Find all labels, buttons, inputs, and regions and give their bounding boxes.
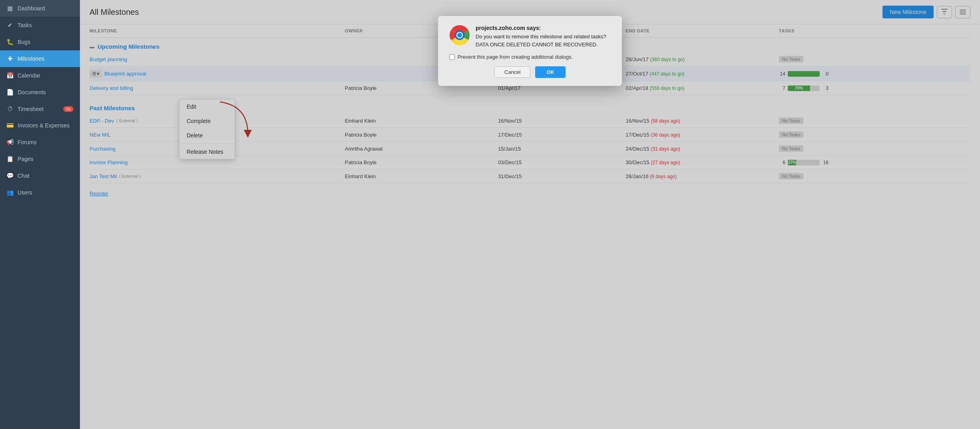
documents-icon: 📄 (6, 89, 14, 96)
main-content: All Milestones New Milestone MILESTONE O… (80, 0, 980, 429)
sidebar-item-calendar[interactable]: 📅 Calendar (0, 67, 80, 84)
dialog-cancel-button[interactable]: Cancel (494, 66, 530, 78)
dialog-text: projects.zoho.com says: Do you want to r… (476, 25, 606, 48)
sidebar-item-invoices[interactable]: 💳 Invoices & Expenses (0, 117, 80, 134)
sidebar-item-documents[interactable]: 📄 Documents (0, 84, 80, 101)
sidebar-item-dashboard[interactable]: ▦ Dashboard (0, 0, 80, 17)
invoices-icon: 💳 (6, 122, 14, 129)
dialog-header: projects.zoho.com says: Do you want to r… (449, 25, 611, 48)
bugs-icon: 🐛 (6, 38, 14, 46)
chat-icon: 💬 (6, 172, 14, 179)
forums-icon: 📢 (6, 139, 14, 146)
prevent-dialog-label: Prevent this page from creating addition… (458, 54, 573, 60)
dialog-overlay: projects.zoho.com says: Do you want to r… (80, 0, 980, 429)
sidebar-item-milestones[interactable]: ✚ Milestones (0, 50, 80, 67)
dialog-message: Do you want to remove this milestone and… (476, 33, 606, 48)
pages-icon: 📋 (6, 155, 14, 163)
sidebar-item-bugs[interactable]: 🐛 Bugs (0, 34, 80, 50)
sidebar: ▦ Dashboard ✔ Tasks 🐛 Bugs ✚ Milestones … (0, 0, 80, 429)
calendar-icon: 📅 (6, 72, 14, 79)
milestones-icon: ✚ (6, 55, 14, 62)
dialog-checkbox-row: Prevent this page from creating addition… (449, 54, 611, 60)
timesheet-icon: ⏱ (6, 105, 14, 112)
prevent-dialog-checkbox[interactable] (449, 54, 455, 60)
dashboard-icon: ▦ (6, 5, 14, 12)
tasks-icon: ✔ (6, 22, 14, 29)
users-icon: 👥 (6, 189, 14, 196)
svg-point-4 (457, 33, 462, 38)
sidebar-item-timesheet[interactable]: ⏱ Timesheet 95 (0, 101, 80, 117)
dialog-ok-button[interactable]: OK (535, 66, 566, 78)
dialog-buttons: Cancel OK (449, 66, 611, 78)
sidebar-item-tasks[interactable]: ✔ Tasks (0, 17, 80, 34)
sidebar-item-forums[interactable]: 📢 Forums (0, 134, 80, 151)
alert-dialog: projects.zoho.com says: Do you want to r… (438, 16, 622, 86)
sidebar-item-users[interactable]: 👥 Users (0, 184, 80, 201)
timesheet-badge: 95 (63, 106, 74, 112)
chrome-icon (449, 25, 470, 46)
sidebar-item-pages[interactable]: 📋 Pages (0, 151, 80, 167)
sidebar-item-chat[interactable]: 💬 Chat (0, 167, 80, 184)
dialog-title: projects.zoho.com says: (476, 25, 606, 31)
